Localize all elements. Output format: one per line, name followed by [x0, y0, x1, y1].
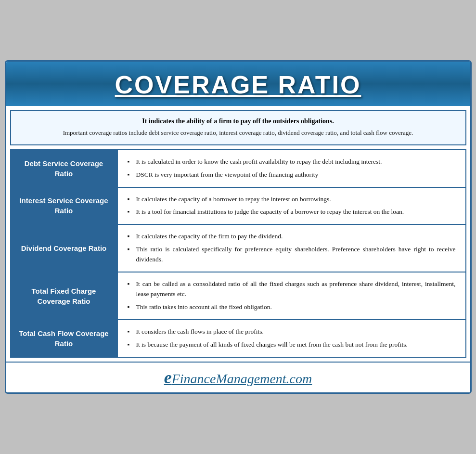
row-label-interest-service: Interest Service Coverage Ratio: [11, 188, 117, 224]
table-row: Dividend Coverage Ratio It calculates th…: [11, 225, 465, 272]
row-content-total-cash-flow: It considers the cash flows in place of …: [117, 320, 465, 357]
page-title: COVERAGE RATIO: [16, 70, 461, 99]
table-row: Interest Service Coverage Ratio It calcu…: [11, 188, 465, 225]
table-row: Total Cash Flow Coverage Ratio It consid…: [11, 320, 465, 357]
list-item: It calculates the capacity of a borrower…: [128, 195, 456, 205]
header: COVERAGE RATIO: [6, 62, 470, 106]
row-label-total-cash-flow: Total Cash Flow Coverage Ratio: [11, 320, 117, 357]
coverage-ratio-card: COVERAGE RATIO It indicates the ability …: [5, 60, 472, 394]
list-item: This ratio takes into account all the fi…: [128, 302, 456, 312]
list-item: DSCR is very important from the viewpoin…: [128, 170, 456, 180]
row-label-dividend: Dividend Coverage Ratio: [11, 225, 117, 272]
list-item: It is because the payment of all kinds o…: [128, 340, 456, 350]
row-label-debt-service: Debt Service Coverage Ratio: [11, 150, 117, 187]
list-item: It is a tool for financial institutions …: [128, 207, 456, 217]
table-row: Total Fixed Charge Coverage Ratio It can…: [11, 272, 465, 320]
intro-text: Important coverage ratios include debt s…: [21, 128, 456, 138]
intro-bold-text: It indicates the ability of a firm to pa…: [21, 117, 456, 125]
row-content-dividend: It calculates the capacity of the firm t…: [117, 225, 465, 272]
coverage-ratio-table: Debt Service Coverage Ratio It is calcul…: [10, 149, 466, 358]
footer: eFinanceManagement.com: [6, 362, 470, 392]
row-label-total-fixed-charge: Total Fixed Charge Coverage Ratio: [11, 272, 117, 319]
row-content-total-fixed-charge: It can be called as a consolidated ratio…: [117, 272, 465, 319]
intro-section: It indicates the ability of a firm to pa…: [10, 110, 466, 145]
list-item: It is calculated in order to know the ca…: [128, 157, 456, 167]
list-item: This ratio is calculated specifically fo…: [128, 245, 456, 265]
table-row: Debt Service Coverage Ratio It is calcul…: [11, 150, 465, 188]
row-content-debt-service: It is calculated in order to know the ca…: [117, 150, 465, 187]
list-item: It calculates the capacity of the firm t…: [128, 232, 456, 242]
list-item: It considers the cash flows in place of …: [128, 327, 456, 337]
row-content-interest-service: It calculates the capacity of a borrower…: [117, 188, 465, 224]
list-item: It can be called as a consolidated ratio…: [128, 279, 456, 299]
footer-text: eFinanceManagement.com: [16, 367, 461, 388]
